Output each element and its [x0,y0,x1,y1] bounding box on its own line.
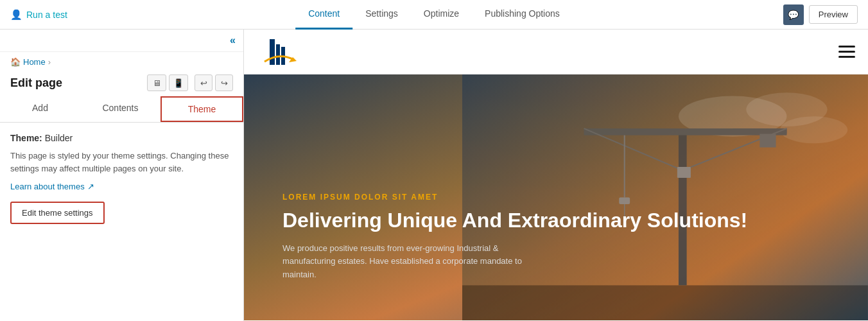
sub-tabs: Add Contents Theme [0,96,243,123]
theme-description: This page is styled by your theme settin… [10,150,233,175]
tab-content[interactable]: Content [295,0,352,30]
person-icon: 👤 [10,9,22,21]
svg-rect-0 [270,39,275,65]
svg-rect-1 [276,44,280,65]
redo-button[interactable]: ↪ [215,74,233,91]
breadcrumb-home-link[interactable]: 🏠 Home [10,57,46,67]
site-logo [257,33,308,71]
breadcrumb: 🏠 Home › [0,52,243,72]
run-test-label: Run a test [26,10,67,20]
home-icon: 🏠 [10,57,21,67]
hamburger-menu[interactable] [838,46,855,58]
mobile-icon: 📱 [173,78,184,88]
collapse-sidebar-button[interactable]: « [230,35,236,46]
svg-rect-17 [760,134,776,148]
logo-bar [244,30,868,74]
device-buttons: 🖥 📱 [147,74,188,91]
page-title-row: Edit page 🖥 📱 ↩ ↪ [0,72,243,96]
main-layout: « 🏠 Home › Edit page 🖥 📱 ↩ [0,30,868,321]
svg-point-7 [780,116,847,143]
redo-icon: ↪ [221,78,228,88]
history-buttons: ↩ ↪ [195,74,233,91]
undo-icon: ↩ [200,78,207,88]
external-link-icon: ↗ [87,182,94,191]
sub-tab-theme[interactable]: Theme [161,96,243,122]
desktop-view-button[interactable]: 🖥 [147,74,166,91]
mobile-view-button[interactable]: 📱 [169,74,188,91]
main-nav-tabs: Content Settings Optimize Publishing Opt… [295,0,573,30]
tab-optimize[interactable]: Optimize [411,0,472,30]
undo-button[interactable]: ↩ [195,74,213,91]
hero-subtitle: LOREM IPSUM DOLOR SIT AMET [282,193,829,202]
hero-title: Delivering Unique And Extraordinary Solu… [282,208,829,232]
hero-content: LOREM IPSUM DOLOR SIT AMET Delivering Un… [282,193,829,282]
top-nav: 👤 Run a test Content Settings Optimize P… [0,0,868,30]
hamburger-line-1 [838,46,855,48]
learn-about-themes-link[interactable]: Learn about themes ↗ [10,182,94,191]
page-title: Edit page [10,76,141,90]
sidebar: « 🏠 Home › Edit page 🖥 📱 ↩ [0,30,244,321]
run-test-button[interactable]: 👤 Run a test [10,9,67,21]
tab-publishing-options[interactable]: Publishing Options [472,0,573,30]
theme-panel: Theme: Builder This page is styled by yo… [0,123,243,245]
edit-theme-settings-button[interactable]: Edit theme settings [10,202,105,224]
preview-area: LOREM IPSUM DOLOR SIT AMET Delivering Un… [244,30,868,321]
tab-settings[interactable]: Settings [352,0,411,30]
chat-button[interactable]: 💬 [783,4,804,25]
hamburger-line-3 [838,56,855,58]
hero-section: LOREM IPSUM DOLOR SIT AMET Delivering Un… [244,74,868,320]
svg-rect-18 [677,167,691,178]
collapse-icon: « [230,35,236,46]
hamburger-line-2 [838,51,855,53]
svg-rect-8 [462,285,868,320]
desktop-icon: 🖥 [153,78,161,88]
sidebar-header: « [0,30,243,52]
logo-svg [257,33,308,71]
sub-tab-contents[interactable]: Contents [80,96,161,122]
chat-icon: 💬 [788,10,799,20]
breadcrumb-chevron: › [48,57,51,67]
hero-body-text: We produce positive results from ever-gr… [282,242,539,282]
nav-right-actions: 💬 Preview [783,4,858,25]
preview-button[interactable]: Preview [809,5,858,24]
theme-name-label: Theme: Builder [10,133,233,143]
sub-tab-add[interactable]: Add [0,96,80,122]
